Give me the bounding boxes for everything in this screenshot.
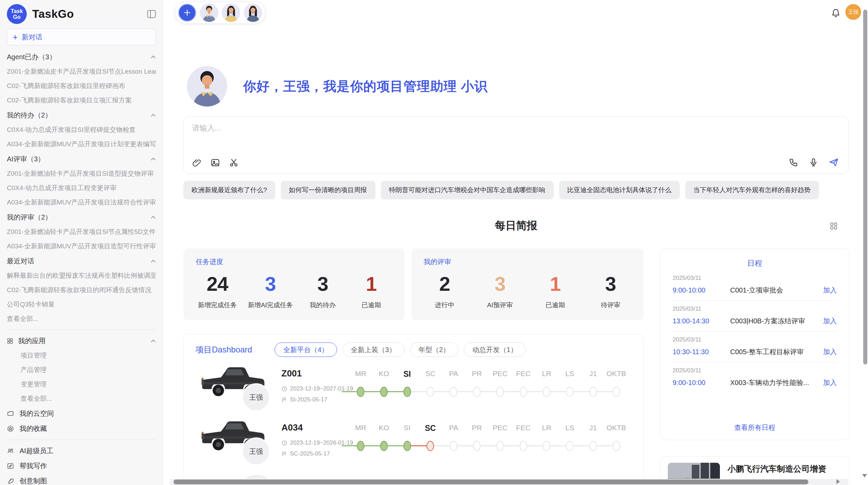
app-menu-item[interactable]: 查看全部...: [7, 391, 156, 406]
shortcut-label: 我的收藏: [20, 424, 47, 433]
sidebar-item[interactable]: Z001-全新燃油轻卡产品开发项目SI节点属性5D文件评审: [7, 225, 156, 239]
sidebar-item-cloud-space[interactable]: 我的云空间: [7, 406, 156, 421]
milestone-node: [426, 387, 434, 397]
dashboard-filter-chip[interactable]: 年型（2）: [410, 343, 458, 357]
milestone-label: SC: [419, 424, 442, 433]
dashboard-title: 项目Dashboard: [195, 344, 252, 355]
project-row[interactable]: 王强A0342023-12-19~2026-01-19SC-2025-05-17…: [184, 411, 644, 465]
sidebar-section-header[interactable]: Agent已办（3）: [7, 49, 156, 64]
attachment-icon[interactable]: [192, 158, 202, 167]
notifications-bell-icon[interactable]: [831, 8, 841, 19]
vertical-scrollbar[interactable]: [863, 10, 867, 364]
chat-input[interactable]: [192, 124, 740, 133]
sidebar-divider: [7, 329, 156, 330]
sidebar-item[interactable]: Z001-全新燃油轻卡产品开发项目SI造型提交物评审: [7, 166, 156, 181]
sidebar-collapse-icon[interactable]: [147, 10, 156, 18]
chevron-up-icon[interactable]: [150, 259, 156, 263]
recent-chat-item[interactable]: 查看全部...: [7, 312, 156, 326]
chevron-up-icon[interactable]: [150, 113, 156, 117]
new-chat-button[interactable]: + 新对话: [7, 29, 156, 45]
horizontal-scrollbar[interactable]: [173, 480, 808, 484]
image-icon[interactable]: [210, 158, 220, 167]
add-agent-button[interactable]: [178, 3, 196, 22]
milestone-node: [566, 441, 574, 451]
milestone-node: [543, 441, 550, 451]
chevron-up-icon[interactable]: [150, 339, 156, 343]
sidebar-item[interactable]: C0X4-动力总成开发项目SI里程碑提交物检查: [7, 123, 156, 137]
sidebar-section-header[interactable]: 我的评审（2）: [7, 210, 156, 225]
milestone-node: [473, 441, 481, 451]
project-row[interactable]: 王强Z0012023-12-19~2027-01-19SI-2025-05-17…: [184, 357, 644, 411]
microphone-icon[interactable]: [809, 158, 818, 167]
dashboard-filter-chip[interactable]: 动总开发（1）: [464, 343, 526, 357]
sidebar-item-favorites[interactable]: 我的收藏: [7, 421, 156, 436]
agent-avatar-1[interactable]: [200, 3, 218, 22]
suggestion-chip[interactable]: 如何写一份清晰的项目周报: [281, 181, 375, 199]
app-menu-item[interactable]: 产品管理: [7, 363, 156, 377]
sidebar-item[interactable]: Z001-全新燃油皮卡产品开发项目SI节点Lesson Learn报告: [7, 64, 156, 79]
sidebar-section-header[interactable]: 我的待办（2）: [7, 108, 156, 123]
sidebar-item[interactable]: C02-飞腾新能源轻客改款项目立项汇报方案: [7, 93, 156, 108]
recent-chat-item[interactable]: 公司Q3轻卡销量: [7, 297, 156, 312]
milestone-label: FEC: [512, 370, 535, 378]
stat-block: 24新增完成任务: [198, 274, 237, 310]
event-time: 9:00-10:00: [673, 286, 730, 294]
chevron-up-icon[interactable]: [150, 157, 156, 161]
stat-label: 进行中: [426, 301, 463, 310]
apps-grid-icon: [7, 338, 13, 344]
task-progress-card: 任务进度 24新增完成任务3新增AI完成任务3我的待办1已逾期: [183, 248, 405, 320]
cloud-space-icon: [7, 410, 14, 417]
event-date: 2025/03/11: [673, 367, 837, 374]
sidebar-section-header[interactable]: 最近对话: [7, 253, 156, 269]
scroll-down-arrow-icon[interactable]: [862, 474, 867, 477]
sidebar-item[interactable]: C0X4-动力总成开发项目工程变更评审: [7, 181, 156, 195]
scroll-right-arrow-icon[interactable]: [836, 479, 840, 484]
join-link[interactable]: 加入: [823, 347, 837, 357]
suggestion-chip[interactable]: 欧洲新规最近颁布了什么?: [183, 181, 275, 199]
briefing-layout-icon[interactable]: [830, 222, 838, 232]
stat-row: 24新增完成任务3新增AI完成任务3我的待办1已逾期: [196, 274, 392, 310]
sidebar-tool-draw[interactable]: 创意制图: [7, 473, 156, 485]
sidebar-tool-ai-staff[interactable]: AI超级员工: [7, 443, 156, 458]
sidebar-item[interactable]: A034-全新新能源MUV产品开发项目法规符合性评审: [7, 195, 156, 210]
join-link[interactable]: 加入: [823, 286, 837, 295]
stat-block: 3我的待办: [304, 274, 341, 310]
greeting-block: 你好，王强，我是你的项目管理助理 小识: [187, 66, 488, 107]
suggestion-chip[interactable]: 当下年轻人对汽车外观有怎样的喜好趋势: [685, 181, 819, 199]
app-menu-item[interactable]: 变更管理: [7, 377, 156, 391]
join-link[interactable]: 加入: [823, 378, 837, 387]
user-avatar[interactable]: 王强: [845, 4, 861, 20]
milestone-label: PA: [442, 424, 465, 432]
sidebar-item[interactable]: C02-飞腾新能源轻客改款项目里程碑画布: [7, 79, 156, 93]
sidebar-section-header[interactable]: 我的应用: [7, 333, 156, 348]
agent-avatar-2[interactable]: [222, 3, 240, 22]
join-link[interactable]: 加入: [823, 316, 837, 326]
milestone-node: [613, 387, 620, 397]
sidebar-item[interactable]: A034-全新新能源MUV产品开发项目造型可行性评审: [7, 239, 156, 253]
dashboard-filter-chip[interactable]: 全新平台（4）: [275, 343, 337, 357]
sidebar-tool-write[interactable]: 帮我写作: [7, 458, 156, 473]
view-all-schedule-link[interactable]: 查看所有日程: [660, 420, 849, 440]
recent-chat-item[interactable]: 解释最新出台的欧盟报废车法规再生塑料比例被调至15%...: [7, 269, 156, 283]
schedule-card: 日程 2025/03/119:00-10:00C001-立项审批会加入2025/…: [660, 248, 849, 440]
dashboard-filter-chip[interactable]: 全新上装（3）: [342, 343, 405, 357]
milestone-node: [520, 441, 527, 451]
suggestion-chip[interactable]: 比亚迪全固态电池计划具体说了什么: [559, 181, 680, 199]
send-icon[interactable]: [829, 157, 839, 167]
scissors-icon[interactable]: [229, 158, 239, 167]
recent-chat-item[interactable]: C02-飞腾新能源轻客改款项目的闭环通告反馈情况: [7, 283, 156, 297]
event-date: 2025/03/11: [673, 306, 837, 312]
suggestion-chips: 欧洲新规最近颁布了什么?如何写一份清晰的项目周报特朗普可能对进口汽车增税会对中国…: [183, 181, 849, 199]
agent-avatar-3[interactable]: [244, 3, 262, 22]
sidebar-section-header[interactable]: AI评审（3）: [7, 151, 156, 166]
chevron-up-icon[interactable]: [150, 55, 156, 59]
chevron-up-icon[interactable]: [150, 215, 156, 219]
app-menu-item[interactable]: 项目管理: [7, 348, 156, 363]
stat-value: 3: [248, 274, 293, 294]
sidebar-item[interactable]: A034-全新新能源MUV产品开发项目计划变更表编写: [7, 137, 156, 151]
milestone-label: MR: [349, 424, 372, 432]
voice-call-icon[interactable]: [789, 158, 798, 167]
milestone-node: [520, 387, 527, 397]
suggestion-chip[interactable]: 特朗普可能对进口汽车增税会对中国车企造成哪些影响: [381, 181, 554, 199]
project-name: Z001: [281, 368, 302, 379]
